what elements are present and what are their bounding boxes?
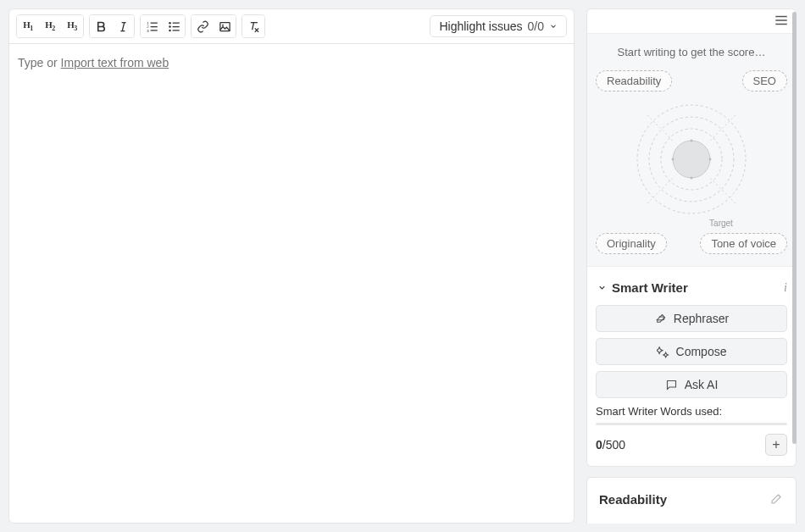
editor-placeholder-prefix: Type or [18, 56, 61, 69]
info-icon[interactable]: i [784, 281, 787, 295]
readability-title: Readability [599, 492, 667, 507]
target-label: Target [655, 219, 787, 228]
chevron-down-icon [549, 22, 558, 30]
highlight-issues-count: 0/0 [528, 19, 544, 33]
originality-pill[interactable]: Originality [596, 233, 667, 254]
svg-line-29 [709, 177, 736, 203]
svg-point-16 [222, 24, 224, 25]
seo-pill[interactable]: SEO [742, 70, 787, 91]
smart-writer-count-row: 0/500 + [596, 434, 787, 456]
svg-line-26 [647, 115, 674, 141]
highlight-issues-label: Highlight issues [439, 19, 522, 33]
italic-icon [117, 20, 130, 33]
readability-card: Readability Start writing your text [586, 477, 797, 524]
h1-button[interactable]: H1 [17, 15, 39, 37]
svg-point-32 [672, 158, 675, 161]
compose-icon [657, 346, 669, 358]
score-card-header [587, 9, 796, 33]
pill-row-bottom: Originality Tone of voice [596, 233, 787, 254]
smart-writer-title: Smart Writer [612, 280, 779, 295]
svg-point-30 [691, 140, 693, 142]
svg-text:3: 3 [147, 28, 149, 32]
editor-content[interactable]: Type or Import text from web [9, 44, 574, 523]
ordered-list-button[interactable]: 123 [141, 15, 163, 37]
svg-line-2 [122, 22, 125, 30]
chevron-down-icon [597, 281, 607, 295]
radar-chart [632, 100, 751, 219]
svg-point-11 [169, 29, 171, 31]
pill-row-top: Readability SEO [596, 70, 787, 91]
compose-button[interactable]: Compose [596, 338, 787, 365]
svg-line-27 [709, 115, 736, 141]
image-icon [219, 20, 231, 33]
list-group: 123 [140, 14, 186, 38]
ordered-list-icon: 123 [146, 20, 158, 33]
menu-icon [774, 13, 789, 28]
score-area: Start writing to get the score… Readabil… [587, 33, 796, 267]
italic-button[interactable] [112, 15, 134, 37]
svg-point-33 [709, 158, 712, 161]
link-icon [197, 20, 209, 33]
radar-chart-svg [632, 100, 751, 219]
rephraser-button[interactable]: Rephraser [596, 305, 787, 332]
svg-point-31 [691, 177, 693, 180]
unordered-list-button[interactable] [163, 15, 185, 37]
h3-button[interactable]: H3 [61, 15, 83, 37]
add-words-button[interactable]: + [765, 434, 787, 456]
svg-point-10 [169, 25, 171, 28]
sidebar: Start writing to get the score… Readabil… [586, 8, 797, 524]
score-card: Start writing to get the score… Readabil… [586, 8, 797, 467]
smart-writer-count: 0/500 [596, 438, 625, 452]
h2-button[interactable]: H2 [39, 15, 61, 37]
clear-format-button[interactable] [242, 15, 264, 37]
editor-pane: H1 H2 H3 123 Highlight issues [8, 8, 575, 524]
smart-writer-progress [596, 423, 787, 425]
scrollbar[interactable] [792, 12, 797, 444]
readability-pill[interactable]: Readability [596, 70, 672, 91]
rephraser-icon [654, 313, 667, 325]
tone-pill[interactable]: Tone of voice [700, 233, 787, 254]
readability-header: Readability [599, 491, 784, 507]
ask-ai-button[interactable]: Ask AI [596, 371, 787, 398]
smart-writer-header[interactable]: Smart Writer i [597, 280, 787, 295]
pencil-icon [770, 491, 784, 505]
score-prompt: Start writing to get the score… [596, 46, 787, 58]
heading-group: H1 H2 H3 [16, 14, 84, 38]
bold-button[interactable] [90, 15, 112, 37]
svg-point-9 [169, 21, 171, 24]
svg-point-25 [673, 141, 710, 178]
highlight-issues-button[interactable]: Highlight issues 0/0 [430, 15, 567, 37]
bold-icon [95, 20, 108, 33]
menu-button[interactable] [774, 13, 789, 30]
clear-group [242, 14, 265, 38]
edit-button[interactable] [770, 491, 784, 507]
smart-writer-words-label: Smart Writer Words used: [596, 405, 787, 418]
smart-writer-section: Smart Writer i Rephraser Compose Ask AI … [587, 267, 796, 466]
readability-body: Start writing your text [599, 523, 784, 524]
insert-group [191, 14, 236, 38]
app-root: H1 H2 H3 123 Highlight issues [0, 0, 805, 532]
image-button[interactable] [214, 15, 236, 37]
unordered-list-icon [168, 20, 180, 33]
clear-format-icon [247, 20, 260, 33]
chat-icon [665, 379, 678, 391]
link-button[interactable] [192, 15, 214, 37]
import-text-link[interactable]: Import text from web [61, 56, 169, 69]
editor-toolbar: H1 H2 H3 123 Highlight issues [9, 9, 574, 44]
style-group [89, 14, 135, 38]
